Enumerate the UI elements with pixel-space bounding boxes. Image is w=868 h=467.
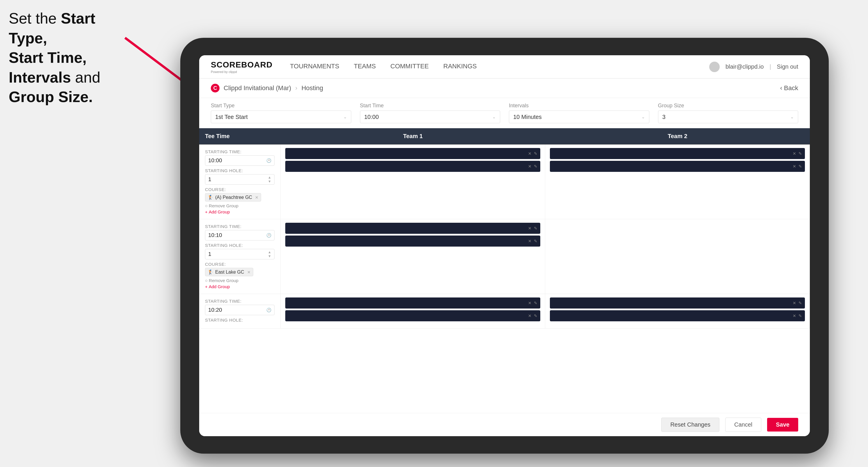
- slot-x-3-2[interactable]: ✕: [528, 239, 532, 243]
- slot-x-6-1[interactable]: ✕: [793, 301, 796, 305]
- nav-tournaments[interactable]: TOURNAMENTS: [290, 60, 339, 73]
- nav-committee[interactable]: COMMITTEE: [391, 60, 429, 73]
- back-button[interactable]: ‹ Back: [780, 84, 798, 92]
- slot-x-1-2[interactable]: ✕: [528, 164, 532, 169]
- group-size-label: Group Size: [658, 103, 799, 109]
- instruction-bold2: Intervals: [9, 69, 71, 86]
- player-slot-1-2[interactable]: ✕ ✎: [285, 161, 540, 172]
- player-slot-3-1[interactable]: ✕ ✎: [285, 223, 540, 234]
- hole-stepper-1[interactable]: ▲▼: [268, 175, 271, 184]
- add-group-1[interactable]: + Add Group: [205, 209, 275, 214]
- hole-stepper-2[interactable]: ▲▼: [268, 250, 271, 258]
- group-team2-2: [545, 219, 810, 294]
- group-size-chevron: ⌄: [790, 115, 794, 119]
- intervals-chevron: ⌄: [642, 115, 645, 119]
- slot-edit-1-2[interactable]: ✎: [534, 164, 537, 169]
- starting-hole-value-2: 1 ▲▼: [205, 249, 275, 259]
- player-slot-6-2[interactable]: ✕ ✎: [550, 310, 805, 321]
- save-button[interactable]: Save: [767, 418, 798, 432]
- slot-x-2-1[interactable]: ✕: [793, 151, 796, 156]
- slot-x-2-2[interactable]: ✕: [793, 164, 796, 169]
- player-slot-5-2[interactable]: ✕ ✎: [285, 310, 540, 321]
- group-team1-3: ✕ ✎ ✕ ✎: [281, 294, 545, 328]
- group-row-1: STARTING TIME: 10:00 🕐 STARTING HOLE: 1 …: [199, 145, 810, 219]
- course-remove-1[interactable]: ✕: [255, 195, 258, 200]
- cancel-button[interactable]: Cancel: [725, 417, 761, 432]
- start-type-value: 1st Tee Start: [215, 114, 248, 120]
- group-team2-1: ✕ ✎ ✕ ✎: [545, 145, 810, 219]
- nav-right: blair@clippd.io | Sign out: [709, 62, 798, 72]
- breadcrumb-logo: C: [211, 84, 220, 92]
- course-icon-1: 🏌: [208, 194, 213, 200]
- slot-x-6-2[interactable]: ✕: [793, 313, 796, 318]
- slot-edit-6-1[interactable]: ✎: [799, 301, 802, 305]
- logo-text: SCOREBOARD: [211, 60, 273, 69]
- nav-teams[interactable]: TEAMS: [354, 60, 376, 73]
- course-remove-2[interactable]: ✕: [247, 270, 251, 275]
- slot-icons-3-2: ✕ ✎: [528, 239, 537, 243]
- user-email: blair@clippd.io: [725, 63, 764, 70]
- starting-hole-label-2: STARTING HOLE:: [205, 243, 275, 248]
- group-team2-3: ✕ ✎ ✕ ✎: [545, 294, 810, 328]
- slot-edit-3-1[interactable]: ✎: [534, 226, 537, 230]
- player-slot-3-2[interactable]: ✕ ✎: [285, 236, 540, 247]
- intervals-select[interactable]: 10 Minutes ⌄: [509, 111, 649, 123]
- slot-x-5-1[interactable]: ✕: [528, 301, 532, 305]
- player-slot-1-1[interactable]: ✕ ✎: [285, 148, 540, 159]
- slot-x-3-1[interactable]: ✕: [528, 226, 532, 230]
- nav-rankings[interactable]: RANKINGS: [443, 60, 477, 73]
- table-header: Tee Time Team 1 Team 2: [199, 128, 810, 145]
- slot-edit-5-1[interactable]: ✎: [534, 301, 537, 305]
- tablet-frame: SCOREBOARD Powered by clippd TOURNAMENTS…: [180, 38, 829, 454]
- slot-x-5-2[interactable]: ✕: [528, 313, 532, 318]
- sign-out-link[interactable]: Sign out: [777, 63, 798, 70]
- add-group-2[interactable]: + Add Group: [205, 284, 275, 289]
- col-team1: Team 1: [281, 128, 545, 144]
- remove-group-2[interactable]: ○ Remove Group: [205, 278, 275, 283]
- slot-icons-6-2: ✕ ✎: [793, 313, 802, 318]
- footer-bar: Reset Changes Cancel Save: [199, 413, 810, 436]
- reset-button[interactable]: Reset Changes: [661, 417, 719, 432]
- starting-hole-label-1: STARTING HOLE:: [205, 168, 275, 173]
- slot-edit-1-1[interactable]: ✎: [534, 151, 537, 156]
- starting-time-value-3: 10:20 🕐: [205, 305, 275, 315]
- starting-hole-label-3: STARTING HOLE:: [205, 317, 275, 322]
- time-icon-2: 🕐: [266, 233, 271, 238]
- start-time-select[interactable]: 10:00 ⌄: [360, 111, 500, 123]
- slot-edit-5-2[interactable]: ✎: [534, 313, 537, 318]
- course-tag-1[interactable]: 🏌 (A) Peachtree GC ✕: [205, 193, 261, 201]
- instruction-line3: and: [71, 69, 100, 86]
- slot-edit-2-1[interactable]: ✎: [799, 151, 802, 156]
- breadcrumb-section: Hosting: [302, 84, 323, 92]
- intervals-value: 10 Minutes: [513, 114, 542, 120]
- settings-row: Start Type 1st Tee Start ⌄ Start Time 10…: [199, 98, 810, 128]
- tournament-name[interactable]: Clippd Invitational (Mar): [224, 84, 291, 92]
- course-tag-2[interactable]: 🏌 East Lake GC ✕: [205, 268, 253, 276]
- starting-time-value-1: 10:00 🕐: [205, 155, 275, 166]
- start-type-select[interactable]: 1st Tee Start ⌄: [211, 111, 351, 123]
- player-slot-5-1[interactable]: ✕ ✎: [285, 298, 540, 309]
- remove-group-icon-2: ○: [205, 278, 208, 283]
- slot-icons-6-1: ✕ ✎: [793, 301, 802, 305]
- breadcrumb-bar: C Clippd Invitational (Mar) › Hosting ‹ …: [199, 79, 810, 98]
- intervals-group: Intervals 10 Minutes ⌄: [509, 103, 649, 123]
- start-time-group: Start Time 10:00 ⌄: [360, 103, 500, 123]
- group-size-select[interactable]: 3 ⌄: [658, 111, 799, 123]
- slot-edit-2-2[interactable]: ✎: [799, 164, 802, 169]
- remove-group-icon-1: ○: [205, 203, 208, 208]
- group-left-3: STARTING TIME: 10:20 🕐 STARTING HOLE:: [199, 294, 281, 328]
- slot-edit-3-2[interactable]: ✎: [534, 239, 537, 243]
- player-slot-2-2[interactable]: ✕ ✎: [550, 161, 805, 172]
- starting-time-label-1: STARTING TIME:: [205, 149, 275, 154]
- slot-edit-6-2[interactable]: ✎: [799, 313, 802, 318]
- slot-icons-3-1: ✕ ✎: [528, 226, 537, 230]
- group-left-2: STARTING TIME: 10:10 🕐 STARTING HOLE: 1 …: [199, 219, 281, 294]
- course-label-1: COURSE:: [205, 187, 275, 192]
- remove-group-1[interactable]: ○ Remove Group: [205, 203, 275, 208]
- slot-x-1-1[interactable]: ✕: [528, 151, 532, 156]
- col-tee-time: Tee Time: [199, 128, 281, 144]
- player-slot-2-1[interactable]: ✕ ✎: [550, 148, 805, 159]
- course-name-2: East Lake GC: [215, 270, 244, 275]
- player-slot-6-1[interactable]: ✕ ✎: [550, 298, 805, 309]
- logo-sub: Powered by clippd: [211, 70, 237, 73]
